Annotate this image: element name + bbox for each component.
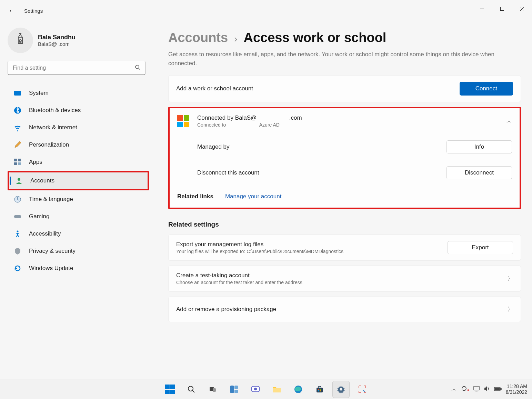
sidebar-item-system[interactable]: System [8, 85, 149, 101]
sidebar-label: Network & internet [29, 124, 77, 131]
connect-button[interactable]: Connect [460, 82, 513, 96]
breadcrumb-sep: › [234, 33, 237, 44]
managed-by-label: Managed by [197, 143, 230, 150]
minimize-button[interactable] [472, 0, 492, 17]
sidebar-label: Privacy & security [29, 248, 76, 255]
search-field[interactable] [13, 65, 135, 71]
breadcrumb-parent[interactable]: Accounts [168, 30, 228, 45]
tray-monitor-icon[interactable] [473, 386, 480, 393]
sidebar-label: Apps [29, 159, 42, 166]
explorer-icon[interactable] [268, 381, 285, 398]
svg-rect-34 [474, 386, 479, 390]
related-links-label: Related links [177, 193, 213, 200]
back-button[interactable]: ← [8, 6, 16, 15]
sidebar-item-accessibility[interactable]: Accessibility [8, 226, 149, 242]
system-icon [14, 89, 21, 97]
svg-line-5 [139, 68, 140, 70]
disconnect-row: Disconnect this account Disconnect [170, 160, 520, 186]
sidebar-item-bluetooth[interactable]: Bluetooth & devices [8, 102, 149, 119]
close-button[interactable] [512, 0, 532, 17]
test-taking-row[interactable]: Create a test-taking account Choose an a… [169, 266, 521, 291]
svg-rect-1 [500, 7, 504, 10]
sidebar-item-apps[interactable]: Apps [8, 154, 149, 170]
breadcrumb: Accounts › Access work or school [168, 30, 521, 45]
svg-point-24 [254, 388, 257, 390]
connected-account-header[interactable]: Connected by BalaS@ .com Connected to Az… [170, 108, 520, 134]
sidebar-item-gaming[interactable]: Gaming [8, 208, 149, 225]
test-taking-sub: Choose an account for the test taker and… [176, 280, 302, 285]
taskbar-search-icon[interactable] [183, 381, 200, 398]
related-links-row: Related links Manage your account [170, 186, 520, 208]
taskbar-clock[interactable]: 11:28 AM 8/31/2022 [506, 383, 527, 395]
export-button[interactable]: Export [448, 241, 513, 254]
page-description: Get access to resources like email, apps… [168, 50, 511, 68]
svg-point-16 [188, 386, 193, 391]
maximize-button[interactable] [492, 0, 512, 17]
sidebar-item-personalization[interactable]: Personalization [8, 137, 149, 153]
personalization-icon [14, 141, 21, 149]
svg-rect-11 [18, 162, 21, 165]
clock-time: 11:28 AM [506, 383, 527, 389]
microsoft-logo-icon [177, 115, 189, 127]
svg-rect-28 [318, 389, 319, 390]
sidebar-item-time[interactable]: Time & language [8, 191, 149, 208]
tray-battery-icon[interactable] [494, 386, 502, 392]
provisioning-row[interactable]: Add or remove a provisioning package 〉 [169, 297, 521, 322]
user-profile[interactable]: Bala Sandhu BalaS@ .com [8, 28, 149, 53]
svg-rect-8 [14, 159, 17, 161]
svg-point-4 [135, 65, 139, 69]
svg-point-12 [18, 178, 20, 181]
svg-rect-30 [318, 390, 319, 391]
nav-list: System Bluetooth & devices Network & int… [8, 85, 149, 277]
search-input[interactable] [8, 61, 145, 75]
svg-rect-10 [14, 162, 17, 165]
page-title: Access work or school [243, 30, 386, 45]
connected-to-label: Connected to Azure AD [197, 122, 302, 128]
clock-date: 8/31/2022 [506, 389, 527, 395]
sidebar-label: System [29, 90, 49, 97]
update-icon [14, 265, 21, 272]
edge-icon[interactable] [290, 381, 307, 398]
sidebar-label: Accessibility [29, 230, 61, 237]
provisioning-title: Add or remove a provisioning package [176, 306, 276, 313]
svg-rect-29 [320, 389, 321, 390]
disconnect-label: Disconnect this account [197, 169, 259, 176]
svg-point-15 [17, 231, 19, 232]
sidebar-label: Time & language [29, 196, 73, 203]
task-view-icon[interactable] [204, 381, 221, 398]
apps-icon [14, 158, 21, 166]
taskbar: ︿ ● 11:28 AM 8/31/2022 [0, 379, 532, 399]
test-taking-title: Create a test-taking account [176, 272, 302, 279]
related-settings-heading: Related settings [168, 221, 521, 228]
tray-sync-icon[interactable]: ● [461, 386, 469, 393]
teams-icon[interactable] [247, 381, 264, 398]
chevron-up-icon: ︿ [506, 118, 512, 125]
svg-rect-21 [234, 386, 238, 389]
sidebar-label: Windows Update [29, 265, 73, 272]
widgets-icon[interactable] [225, 381, 243, 398]
search-icon [135, 64, 140, 71]
sidebar-label: Gaming [29, 213, 50, 220]
start-button[interactable] [161, 381, 179, 398]
svg-rect-37 [501, 388, 501, 390]
app-title: Settings [24, 8, 43, 14]
export-logs-title: Export your management log files [176, 241, 343, 248]
disconnect-button[interactable]: Disconnect [446, 166, 512, 179]
sidebar-item-network[interactable]: Network & internet [8, 119, 149, 136]
svg-rect-20 [230, 386, 234, 393]
snipping-tool-icon[interactable] [354, 381, 371, 398]
info-button[interactable]: Info [446, 140, 512, 153]
settings-taskbar-icon[interactable] [332, 381, 350, 398]
sidebar-label: Bluetooth & devices [29, 107, 81, 114]
time-icon [14, 196, 21, 203]
sidebar-item-accounts[interactable]: Accounts [9, 172, 148, 189]
accessibility-icon [14, 230, 21, 238]
tray-chevron-icon[interactable]: ︿ [451, 386, 457, 393]
sidebar-item-privacy[interactable]: Privacy & security [8, 243, 149, 259]
store-icon[interactable] [311, 381, 328, 398]
svg-rect-25 [273, 388, 281, 392]
sidebar-item-update[interactable]: Windows Update [8, 260, 149, 277]
tray-volume-icon[interactable] [484, 386, 490, 393]
manage-account-link[interactable]: Manage your account [225, 193, 282, 200]
add-account-row: Add a work or school account Connect [169, 76, 521, 102]
